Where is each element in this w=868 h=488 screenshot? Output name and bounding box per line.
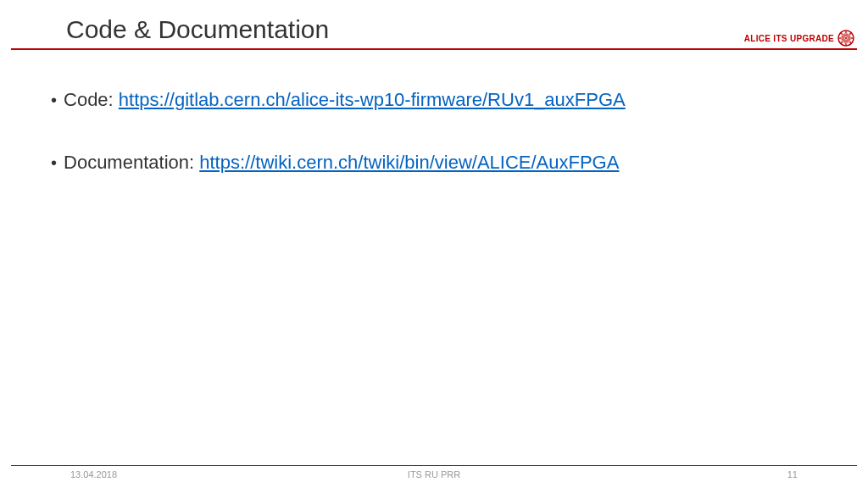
brand-logo: ALICE ITS UPGRADE xyxy=(744,30,854,47)
footer-date: 13.04.2018 xyxy=(70,469,117,480)
footer-divider xyxy=(11,465,857,466)
page-number: 11 xyxy=(787,469,798,480)
slide-header: Code & Documentation ALICE ITS UPGRADE xyxy=(0,0,868,44)
footer-title: ITS RU PRR xyxy=(408,469,460,480)
code-link[interactable]: https://gitlab.cern.ch/alice-its-wp10-fi… xyxy=(119,89,626,110)
alice-icon xyxy=(837,30,854,47)
item-label: Code: xyxy=(64,89,114,110)
bullet-icon: • xyxy=(51,153,57,173)
documentation-link[interactable]: https://twiki.cern.ch/twiki/bin/view/ALI… xyxy=(199,152,619,173)
item-label: Documentation: xyxy=(64,152,194,173)
bullet-icon: • xyxy=(51,91,57,110)
header-divider xyxy=(11,48,857,50)
footer-content: 13.04.2018 ITS RU PRR 11 xyxy=(11,469,857,480)
brand-text: ALICE ITS UPGRADE xyxy=(744,34,834,43)
list-item: • Documentation: https://twiki.cern.ch/t… xyxy=(51,152,868,174)
slide-content: • Code: https://gitlab.cern.ch/alice-its… xyxy=(0,51,868,174)
slide-footer: 13.04.2018 ITS RU PRR 11 xyxy=(11,465,857,480)
list-item: • Code: https://gitlab.cern.ch/alice-its… xyxy=(51,89,868,111)
